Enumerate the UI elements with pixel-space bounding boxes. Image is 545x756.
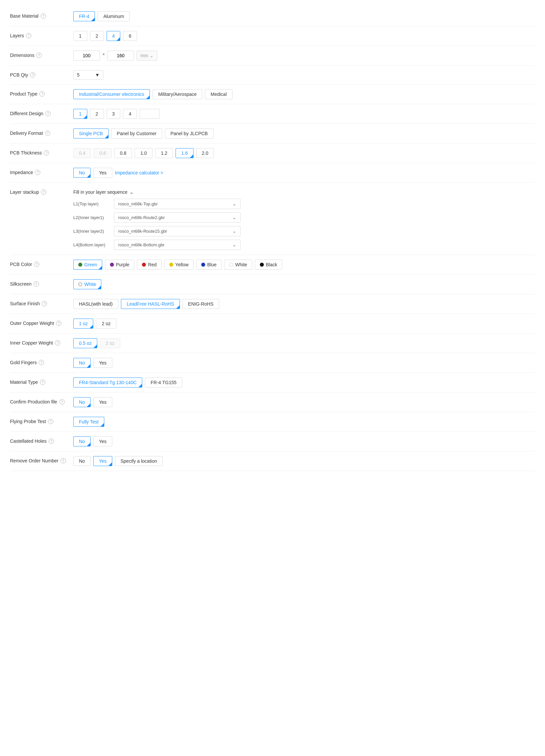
delivery-format-panel-customer[interactable]: Panel by Customer bbox=[111, 128, 162, 138]
pcb-qty-row: PCB Qty ? 5 ▼ bbox=[10, 66, 535, 85]
remove-order-number-help[interactable]: ? bbox=[61, 458, 66, 463]
flying-probe-help[interactable]: ? bbox=[48, 419, 53, 424]
surface-finish-label: Surface Finish ? bbox=[10, 299, 70, 306]
impedance-help[interactable]: ? bbox=[35, 170, 40, 175]
pcb-thickness-1.6[interactable]: 1.6 bbox=[175, 148, 193, 158]
layer-l1-value: rosco_m68k-Top.gbr bbox=[118, 201, 158, 206]
delivery-format-single[interactable]: Single PCB bbox=[73, 128, 109, 138]
surface-finish-enig[interactable]: ENIG-RoHS bbox=[182, 299, 219, 309]
surface-finish-leadfree[interactable]: LeadFree HASL-RoHS bbox=[121, 299, 179, 309]
product-type-industrial[interactable]: Industrial/Consumer electronics bbox=[73, 89, 150, 99]
material-type-standard[interactable]: FR4-Standard Tg 130-140C bbox=[73, 378, 142, 387]
pcb-color-black-label: Black bbox=[266, 262, 277, 267]
inner-copper-help[interactable]: ? bbox=[55, 340, 60, 346]
different-design-label: Different Design ? bbox=[10, 109, 70, 116]
layers-1[interactable]: 1 bbox=[73, 31, 87, 41]
different-design-4[interactable]: 4 bbox=[123, 109, 137, 119]
pcb-thickness-2.0[interactable]: 2.0 bbox=[196, 148, 214, 158]
pcb-thickness-0.8[interactable]: 0.8 bbox=[114, 148, 132, 158]
pcb-color-help[interactable]: ? bbox=[34, 262, 39, 267]
castellated-holes-no[interactable]: No bbox=[73, 436, 91, 446]
remove-order-number-specify[interactable]: Specify a location bbox=[115, 456, 163, 466]
inner-copper-0.5oz[interactable]: 0.5 oz bbox=[73, 338, 97, 348]
material-type-tg155[interactable]: FR-4 TG155 bbox=[145, 378, 182, 387]
product-type-help[interactable]: ? bbox=[39, 91, 45, 97]
different-design-1[interactable]: 1 bbox=[73, 109, 87, 119]
different-design-custom[interactable] bbox=[139, 109, 159, 119]
impedance-yes[interactable]: Yes bbox=[93, 168, 112, 178]
pcb-qty-help[interactable]: ? bbox=[30, 72, 35, 78]
confirm-production-no[interactable]: No bbox=[73, 397, 91, 407]
layer-l3-select[interactable]: rosco_m68k-Route15.gbr ⌄ bbox=[114, 226, 240, 236]
base-material-aluminum[interactable]: Aluminum bbox=[98, 11, 130, 21]
material-type-help[interactable]: ? bbox=[40, 379, 45, 385]
pcb-thickness-1.0[interactable]: 1.0 bbox=[135, 148, 152, 158]
pcb-thickness-1.2[interactable]: 1.2 bbox=[155, 148, 173, 158]
outer-copper-help[interactable]: ? bbox=[56, 321, 61, 326]
material-type-label: Material Type ? bbox=[10, 378, 70, 385]
remove-order-number-yes[interactable]: Yes bbox=[93, 456, 112, 466]
layers-6[interactable]: 6 bbox=[123, 31, 137, 41]
layer-stackup-label: Layer stackup ? bbox=[10, 187, 70, 195]
layer-stackup-help[interactable]: ? bbox=[41, 189, 46, 195]
silkscreen-white[interactable]: White bbox=[73, 279, 101, 289]
layer-l1-select[interactable]: rosco_m68k-Top.gbr ⌄ bbox=[114, 199, 240, 209]
confirm-production-label: Confirm Production file ? bbox=[10, 397, 70, 404]
product-type-military[interactable]: Military/Aerospace bbox=[152, 89, 202, 99]
product-type-medical[interactable]: Medical bbox=[205, 89, 232, 99]
pcb-color-green[interactable]: Green bbox=[73, 260, 102, 270]
dimensions-multiply: * bbox=[103, 53, 105, 59]
impedance-no[interactable]: No bbox=[73, 168, 91, 178]
dimensions-help[interactable]: ? bbox=[36, 53, 42, 58]
inner-copper-2oz: 2 oz bbox=[100, 338, 120, 348]
layers-2[interactable]: 2 bbox=[90, 31, 104, 41]
surface-finish-help[interactable]: ? bbox=[42, 301, 47, 306]
gold-fingers-help[interactable]: ? bbox=[39, 360, 44, 365]
castellated-holes-yes[interactable]: Yes bbox=[93, 436, 112, 446]
base-material-help[interactable]: ? bbox=[41, 13, 46, 19]
outer-copper-1oz[interactable]: 1 oz bbox=[73, 319, 93, 329]
inner-copper-row: Inner Copper Weight ? 0.5 oz 2 oz bbox=[10, 334, 535, 353]
confirm-production-yes[interactable]: Yes bbox=[93, 397, 112, 407]
pcb-color-black[interactable]: Black bbox=[255, 260, 282, 270]
dimensions-width[interactable] bbox=[73, 51, 100, 61]
delivery-format-panel-jlcpcb[interactable]: Panel by JLCPCB bbox=[165, 128, 213, 138]
delivery-format-help[interactable]: ? bbox=[45, 130, 50, 136]
castellated-holes-label: Castellated Holes ? bbox=[10, 436, 70, 444]
pcb-color-yellow[interactable]: Yellow bbox=[164, 260, 193, 270]
layers-help[interactable]: ? bbox=[26, 33, 31, 38]
pcb-color-green-label: Green bbox=[84, 262, 97, 267]
impedance-calculator-link[interactable]: Impedance calculator > bbox=[115, 170, 163, 175]
base-material-fr4[interactable]: FR-4 bbox=[73, 11, 95, 21]
layers-4[interactable]: 4 bbox=[107, 31, 121, 41]
layer-l4-select[interactable]: rosco_m68k-Bottom.gbr ⌄ bbox=[114, 240, 240, 250]
outer-copper-2oz[interactable]: 2 oz bbox=[96, 319, 116, 329]
purple-dot bbox=[110, 263, 114, 267]
different-design-3[interactable]: 3 bbox=[107, 109, 121, 119]
layer-l2-select[interactable]: rosco_m68k-Route2.gbr ⌄ bbox=[114, 212, 240, 223]
remove-order-number-row: Remove Order Number ? No Yes Specify a l… bbox=[10, 451, 535, 471]
silkscreen-help[interactable]: ? bbox=[34, 281, 39, 287]
dimensions-unit[interactable]: mm ⌄ bbox=[136, 51, 157, 61]
layer-stackup-header[interactable]: Fill in your layer sequence ⌄ bbox=[73, 189, 240, 195]
gold-fingers-row: Gold Fingers ? No Yes bbox=[10, 353, 535, 373]
pcb-thickness-options: 0.4 0.6 0.8 1.0 1.2 1.6 2.0 bbox=[73, 148, 535, 158]
pcb-color-blue[interactable]: Blue bbox=[196, 260, 221, 270]
layer-row-l1: L1(Top layer) rosco_m68k-Top.gbr ⌄ bbox=[73, 199, 240, 209]
gold-fingers-yes[interactable]: Yes bbox=[93, 358, 112, 368]
dimensions-height[interactable] bbox=[107, 51, 134, 61]
remove-order-number-no[interactable]: No bbox=[73, 456, 91, 466]
pcb-color-red[interactable]: Red bbox=[137, 260, 161, 270]
confirm-production-help[interactable]: ? bbox=[59, 399, 65, 404]
surface-finish-hasl[interactable]: HASL(with lead) bbox=[73, 299, 118, 309]
flying-probe-fully[interactable]: Fully Test bbox=[73, 417, 104, 427]
castellated-holes-help[interactable]: ? bbox=[49, 438, 54, 444]
pcb-qty-select[interactable]: 5 ▼ bbox=[73, 70, 103, 80]
different-design-2[interactable]: 2 bbox=[90, 109, 104, 119]
pcb-thickness-help[interactable]: ? bbox=[44, 150, 49, 155]
different-design-help[interactable]: ? bbox=[45, 111, 51, 116]
gold-fingers-no[interactable]: No bbox=[73, 358, 91, 368]
pcb-color-white[interactable]: White bbox=[224, 260, 252, 270]
pcb-color-purple[interactable]: Purple bbox=[105, 260, 134, 270]
flying-probe-label: Flying Probe Test ? bbox=[10, 417, 70, 424]
